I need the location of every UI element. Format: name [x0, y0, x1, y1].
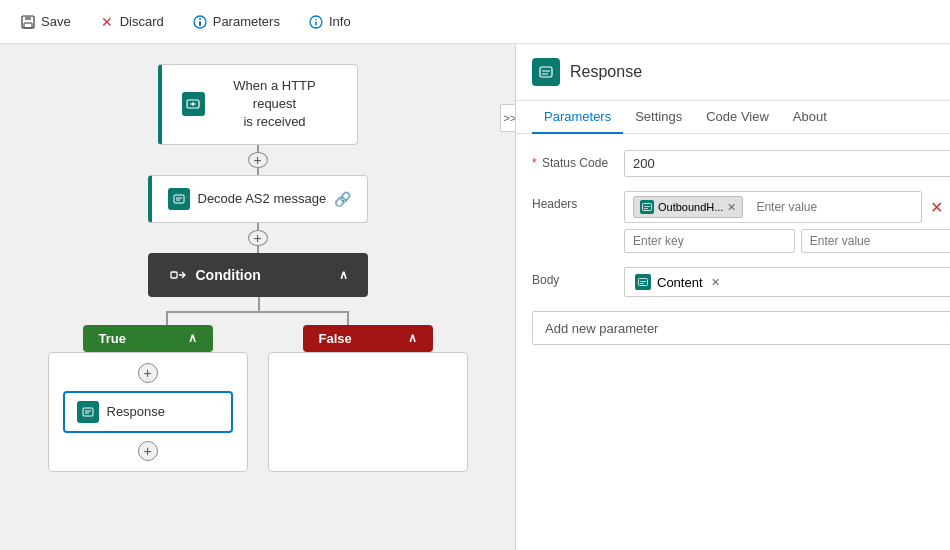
- canvas: When a HTTP requestis received + Decode …: [0, 44, 515, 550]
- response-panel-icon: [532, 58, 560, 86]
- header-key-input[interactable]: [624, 229, 795, 253]
- discard-button[interactable]: ✕ Discard: [95, 12, 168, 32]
- response-icon-canvas: [77, 401, 99, 423]
- tab-code-view[interactable]: Code View: [694, 101, 781, 134]
- node-http[interactable]: When a HTTP requestis received: [158, 64, 358, 145]
- panel-body: * Status Code Headers: [516, 134, 950, 361]
- panel-header: Response: [516, 44, 950, 101]
- tab-about[interactable]: About: [781, 101, 839, 134]
- toolbar: Save ✕ Discard Parameters Info: [0, 0, 950, 44]
- body-label: Body: [532, 267, 612, 287]
- branches: True ∧ + Response +: [48, 325, 468, 472]
- branch-true: True ∧ + Response +: [48, 325, 248, 472]
- svg-rect-11: [171, 272, 177, 278]
- connector-2: +: [248, 223, 268, 253]
- add-parameter-row[interactable]: Add new parameter ∨: [532, 311, 950, 345]
- add-btn-2[interactable]: +: [248, 230, 268, 246]
- true-collapse-icon: ∧: [188, 331, 197, 345]
- save-icon: [20, 14, 36, 30]
- node-response[interactable]: Response: [63, 391, 233, 433]
- add-btn-true[interactable]: +: [138, 363, 158, 383]
- svg-rect-10: [174, 195, 184, 203]
- parameters-icon: [192, 14, 208, 30]
- headers-field: OutboundH... ✕ ✕: [624, 191, 950, 253]
- header-delete-btn[interactable]: ✕: [928, 196, 945, 219]
- body-chip-label: Content: [657, 275, 703, 290]
- branch-false-header[interactable]: False ∧: [303, 325, 433, 352]
- add-param-label: Add new parameter: [545, 321, 658, 336]
- header-value2-input[interactable]: [801, 229, 950, 253]
- decode-node-label: Decode AS2 message: [198, 191, 327, 206]
- panel-tabs: Parameters Settings Code View About: [516, 101, 950, 134]
- svg-rect-2: [24, 23, 32, 28]
- branch-false-box: [268, 352, 468, 472]
- condition-collapse-icon[interactable]: ∧: [339, 268, 348, 282]
- http-node-label: When a HTTP requestis received: [213, 77, 337, 132]
- tab-parameters[interactable]: Parameters: [532, 101, 623, 134]
- header-value-input[interactable]: [749, 196, 913, 218]
- condition-icon: [168, 265, 188, 285]
- svg-point-7: [315, 18, 317, 20]
- status-code-label: * Status Code: [532, 150, 612, 170]
- parameters-button[interactable]: Parameters: [188, 12, 284, 32]
- add-btn-true-bottom[interactable]: +: [138, 441, 158, 461]
- svg-rect-13: [540, 67, 552, 77]
- collapse-panel-button[interactable]: >>: [500, 104, 515, 132]
- headers-label: Headers: [532, 191, 612, 211]
- status-code-row: * Status Code: [532, 150, 950, 177]
- svg-rect-17: [639, 279, 648, 286]
- right-panel: Response Parameters Settings Code View A…: [515, 44, 950, 550]
- condition-node-label: Condition: [196, 267, 261, 283]
- node-decode[interactable]: Decode AS2 message 🔗: [148, 175, 368, 223]
- chip-label: OutboundH...: [658, 201, 723, 213]
- chip-close[interactable]: ✕: [727, 201, 736, 214]
- node-condition[interactable]: Condition ∧: [148, 253, 368, 297]
- main-area: When a HTTP requestis received + Decode …: [0, 44, 950, 550]
- branch-true-box: + Response +: [48, 352, 248, 472]
- info-icon: [308, 14, 324, 30]
- status-code-field: [624, 150, 950, 177]
- tab-settings[interactable]: Settings: [623, 101, 694, 134]
- svg-rect-5: [199, 21, 201, 26]
- svg-rect-1: [25, 16, 31, 20]
- panel-title: Response: [570, 63, 642, 81]
- body-field: Content ✕: [624, 267, 950, 297]
- discard-icon: ✕: [99, 14, 115, 30]
- save-button[interactable]: Save: [16, 12, 75, 32]
- svg-rect-14: [643, 204, 652, 211]
- false-collapse-icon: ∧: [408, 331, 417, 345]
- svg-point-4: [199, 18, 201, 20]
- decode-icon: [168, 188, 190, 210]
- branch-true-header[interactable]: True ∧: [83, 325, 213, 352]
- branch-connector: [88, 297, 428, 325]
- add-btn-1[interactable]: +: [248, 152, 268, 168]
- flow-wrap: When a HTTP requestis received + Decode …: [48, 64, 468, 472]
- body-chip-close[interactable]: ✕: [711, 276, 720, 289]
- body-chip-icon: [635, 274, 651, 290]
- chip-icon: [640, 200, 654, 214]
- link-icon: 🔗: [334, 191, 351, 207]
- connector-1: +: [248, 145, 268, 175]
- headers-row: Headers OutboundH... ✕: [532, 191, 950, 253]
- svg-rect-12: [83, 408, 93, 416]
- svg-rect-8: [315, 21, 317, 25]
- status-code-input[interactable]: [624, 150, 950, 177]
- body-row: Body Content ✕: [532, 267, 950, 297]
- outbound-header-chip[interactable]: OutboundH... ✕: [633, 196, 743, 218]
- http-icon: [182, 92, 205, 116]
- info-button[interactable]: Info: [304, 12, 355, 32]
- branch-false: False ∧: [268, 325, 468, 472]
